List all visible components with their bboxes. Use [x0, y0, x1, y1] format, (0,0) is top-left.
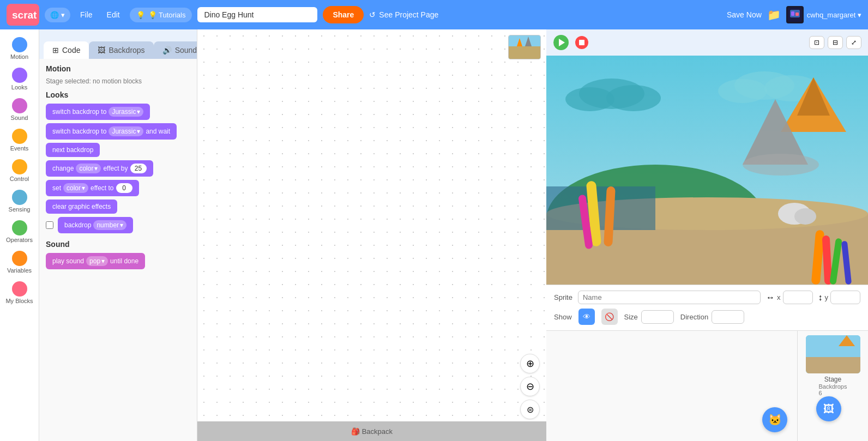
stage-controls [553, 34, 589, 51]
stage-canvas [546, 56, 868, 285]
switch-backdrop-wait-button[interactable]: switch backdrop to Jurassic ▾ and wait [46, 123, 177, 140]
svg-point-19 [718, 79, 767, 103]
zoom-in-icon: ⊕ [526, 358, 534, 370]
zoom-fit-button[interactable]: ⊜ [520, 400, 540, 419]
next-backdrop-button[interactable]: next backdrop [46, 143, 100, 157]
stop-button[interactable] [575, 35, 589, 50]
sidebar-item-sensing[interactable]: Sensing [2, 186, 38, 216]
sidebar-item-motion[interactable]: Motion [2, 34, 38, 63]
green-flag-button[interactable] [553, 34, 569, 51]
backdrops-count: 6 [819, 390, 822, 396]
set-effect-button[interactable]: set color ▾ effect to 0 [46, 180, 139, 196]
y-label: y [825, 293, 829, 301]
control-dot [12, 159, 27, 174]
size-group: Size [624, 310, 674, 324]
sidebar-item-events[interactable]: Events [2, 125, 38, 155]
change-effect-button[interactable]: change color ▾ effect by 25 [46, 160, 153, 177]
refresh-icon: ↺ [369, 10, 376, 19]
sidebar-item-variables[interactable]: Variables [2, 247, 38, 277]
scratch-logo: scratch [7, 4, 39, 26]
backdrops-icon: 🖼 [98, 46, 105, 55]
tutorials-label: 💡 Tutorials [148, 11, 186, 19]
events-dot [12, 129, 27, 144]
next-backdrop-block: next backdrop [46, 143, 190, 157]
landscape-icon: 🖼 [823, 403, 834, 415]
add-backdrop-button[interactable]: 🖼 [816, 396, 841, 421]
variables-dot [12, 251, 27, 266]
tab-code[interactable]: ⊞ Code [44, 41, 89, 59]
show-visible-button[interactable]: 👁 [578, 309, 595, 325]
stage-thumbnail[interactable] [806, 335, 860, 373]
play-sound-block: play sound pop ▾ until done [46, 253, 190, 269]
zoom-in-button[interactable]: ⊕ [520, 354, 540, 373]
x-input[interactable] [783, 291, 813, 304]
add-sprite-button[interactable]: 🐱 [762, 407, 787, 432]
backdrop-number-button[interactable]: backdrop number ▾ [58, 217, 133, 233]
username-label: cwhq_margaret ▾ [807, 11, 861, 19]
header: scratch 🌐 ▾ File Edit 💡 💡 Tutorials Shar… [0, 0, 868, 29]
editor-tab-bar: ⊞ Code 🖼 Backdrops 🔊 Sounds [39, 29, 197, 59]
operators-label: Operators [6, 237, 33, 243]
see-project-button[interactable]: ↺ See Project Page [369, 10, 438, 19]
tab-backdrops[interactable]: 🖼 Backdrops [89, 41, 153, 59]
sprites-area [551, 335, 793, 340]
edit-menu-button[interactable]: Edit [103, 8, 124, 21]
globe-icon: 🌐 [50, 11, 59, 19]
sidebar-item-control[interactable]: Control [2, 156, 38, 185]
tutorials-button[interactable]: 💡 💡 Tutorials [130, 8, 192, 22]
y-input[interactable] [830, 291, 860, 304]
project-name-input[interactable] [197, 7, 317, 22]
sound-label: Sound [11, 114, 28, 121]
code-icon: ⊞ [52, 46, 59, 55]
sidebar-item-operators[interactable]: Operators [2, 217, 38, 246]
view-buttons: ⊡ ⊟ ⤢ [809, 36, 861, 49]
tab-sounds[interactable]: 🔊 Sounds [154, 41, 197, 59]
stage-selected-msg: Stage selected: no motion blocks [46, 77, 190, 85]
script-thumbnail [508, 35, 541, 59]
backdrop-number-checkbox[interactable] [46, 221, 53, 229]
show-hidden-button[interactable]: 🚫 [601, 309, 618, 325]
svg-rect-7 [509, 46, 541, 59]
share-button[interactable]: Share [323, 6, 364, 23]
user-menu-button[interactable]: cwhq_margaret ▾ [786, 6, 861, 23]
sensing-dot [12, 190, 27, 205]
sprite-name-input[interactable] [578, 291, 761, 304]
show-label: Show [554, 313, 572, 321]
backpack-bar[interactable]: 🎒 Backpack [197, 421, 546, 441]
folder-button[interactable]: 📁 [767, 8, 781, 21]
size-label: Size [624, 313, 638, 321]
updown-icon: ↕ [818, 293, 823, 303]
lightbulb-icon: 💡 [136, 11, 145, 19]
sound-section-title: Sound [46, 240, 190, 249]
normal-stage-button[interactable]: ⊟ [828, 36, 843, 49]
globe-button[interactable]: 🌐 ▾ [45, 8, 70, 22]
svg-rect-39 [806, 357, 860, 373]
file-menu-button[interactable]: File [76, 8, 97, 21]
switch-backdrop-button[interactable]: switch backdrop to Jurassic ▾ [46, 104, 150, 120]
svg-point-24 [743, 154, 819, 176]
sprite-info-row: Sprite ↔ x ↕ y [554, 291, 860, 304]
cat-icon: 🐱 [768, 413, 782, 426]
operators-dot [12, 220, 27, 235]
direction-input[interactable] [712, 310, 744, 324]
sidebar-item-looks[interactable]: Looks [2, 64, 38, 94]
zoom-out-icon: ⊖ [526, 380, 534, 392]
script-controls: ⊕ ⊖ ⊜ [520, 354, 540, 419]
fullscreen-button[interactable]: ⤢ [846, 36, 861, 49]
main-area: Motion Looks Sound Events Control Sensin… [0, 29, 868, 441]
size-input[interactable] [641, 310, 674, 324]
sounds-icon: 🔊 [162, 46, 172, 55]
zoom-out-button[interactable]: ⊖ [520, 377, 540, 396]
motion-dot [12, 37, 27, 52]
small-stage-button[interactable]: ⊡ [809, 36, 824, 49]
sidebar-item-myblocks[interactable]: My Blocks [2, 278, 38, 307]
clear-effects-button[interactable]: clear graphic effects [46, 200, 117, 214]
show-row: Show 👁 🚫 Size Direction [554, 309, 860, 325]
sidebar-item-sound[interactable]: Sound [2, 95, 38, 124]
backpack-icon: 🎒 [351, 427, 360, 436]
looks-label: Looks [11, 84, 27, 90]
stage-section: Stage Backdrops 6 🖼 [797, 331, 868, 441]
save-now-button[interactable]: Save Now [727, 10, 762, 19]
play-sound-button[interactable]: play sound pop ▾ until done [46, 253, 145, 269]
motion-label: Motion [10, 53, 28, 60]
